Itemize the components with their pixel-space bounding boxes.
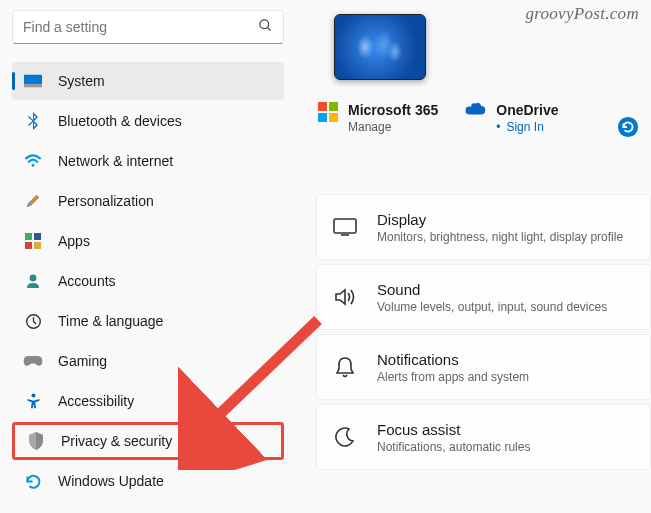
- sidebar-item-gaming[interactable]: Gaming: [12, 342, 284, 380]
- sidebar-item-personalization[interactable]: Personalization: [12, 182, 284, 220]
- svg-rect-7: [25, 242, 32, 249]
- sidebar-item-accounts[interactable]: Accounts: [12, 262, 284, 300]
- clock-icon: [22, 310, 44, 332]
- gamepad-icon: [22, 350, 44, 372]
- update-icon: [22, 470, 44, 492]
- ms365-tile[interactable]: Microsoft 365 Manage: [318, 102, 438, 134]
- accessibility-icon: [22, 390, 44, 412]
- svg-rect-3: [24, 84, 42, 88]
- sidebar-item-label: Privacy & security: [61, 433, 172, 449]
- bell-icon: [331, 353, 359, 381]
- search-box[interactable]: [12, 10, 284, 44]
- sidebar-item-label: Personalization: [58, 193, 154, 209]
- sidebar-item-label: Windows Update: [58, 473, 164, 489]
- sidebar-item-windows-update[interactable]: Windows Update: [12, 462, 284, 500]
- sidebar-item-label: System: [58, 73, 105, 89]
- sidebar-item-label: Network & internet: [58, 153, 173, 169]
- sidebar-item-accessibility[interactable]: Accessibility: [12, 382, 284, 420]
- settings-list: Display Monitors, brightness, night ligh…: [316, 194, 651, 470]
- setting-title: Notifications: [377, 351, 529, 368]
- sidebar-item-privacy-security[interactable]: Privacy & security: [12, 422, 284, 460]
- ms365-title: Microsoft 365: [348, 102, 438, 118]
- monitor-icon: [22, 70, 44, 92]
- sidebar-item-apps[interactable]: Apps: [12, 222, 284, 260]
- sidebar-item-label: Accounts: [58, 273, 116, 289]
- sidebar-item-system[interactable]: System: [12, 62, 284, 100]
- svg-rect-5: [25, 233, 32, 240]
- apps-icon: [22, 230, 44, 252]
- sidebar-item-time-language[interactable]: Time & language: [12, 302, 284, 340]
- sidebar-item-label: Gaming: [58, 353, 107, 369]
- svg-rect-6: [34, 233, 41, 240]
- microsoft-logo-icon: [318, 102, 338, 122]
- onedrive-icon: [464, 102, 486, 119]
- display-icon: [331, 213, 359, 241]
- setting-title: Sound: [377, 281, 607, 298]
- ms365-sub[interactable]: Manage: [348, 120, 438, 134]
- watermark: groovyPost.com: [525, 4, 639, 24]
- shield-icon: [25, 430, 47, 452]
- setting-card-sound[interactable]: Sound Volume levels, output, input, soun…: [316, 264, 651, 330]
- sidebar-item-label: Accessibility: [58, 393, 134, 409]
- sidebar-item-network[interactable]: Network & internet: [12, 142, 284, 180]
- svg-point-11: [31, 393, 35, 397]
- onedrive-signin[interactable]: Sign In: [496, 120, 558, 134]
- sound-icon: [331, 283, 359, 311]
- sidebar-item-label: Time & language: [58, 313, 163, 329]
- setting-card-display[interactable]: Display Monitors, brightness, night ligh…: [316, 194, 651, 260]
- setting-desc: Monitors, brightness, night light, displ…: [377, 230, 623, 244]
- sidebar-list: System Bluetooth & devices Network & int…: [12, 62, 284, 500]
- search-input[interactable]: [23, 19, 258, 35]
- sidebar-item-label: Apps: [58, 233, 90, 249]
- setting-desc: Alerts from apps and system: [377, 370, 529, 384]
- sync-icon[interactable]: [617, 116, 639, 141]
- svg-rect-13: [334, 219, 356, 233]
- sidebar-item-bluetooth[interactable]: Bluetooth & devices: [12, 102, 284, 140]
- setting-title: Display: [377, 211, 623, 228]
- svg-point-9: [30, 275, 37, 282]
- onedrive-tile[interactable]: OneDrive Sign In: [464, 102, 558, 134]
- svg-rect-8: [34, 242, 41, 249]
- svg-point-12: [618, 117, 638, 137]
- sidebar-item-label: Bluetooth & devices: [58, 113, 182, 129]
- setting-desc: Volume levels, output, input, sound devi…: [377, 300, 607, 314]
- brush-icon: [22, 190, 44, 212]
- search-icon: [258, 18, 273, 36]
- sidebar: System Bluetooth & devices Network & int…: [0, 0, 290, 513]
- user-thumbnail[interactable]: [334, 14, 426, 80]
- person-icon: [22, 270, 44, 292]
- svg-line-1: [267, 27, 270, 30]
- setting-desc: Notifications, automatic rules: [377, 440, 530, 454]
- wifi-icon: [22, 150, 44, 172]
- setting-title: Focus assist: [377, 421, 530, 438]
- moon-icon: [331, 423, 359, 451]
- svg-point-4: [32, 164, 35, 167]
- svg-point-0: [260, 20, 269, 29]
- account-row: Microsoft 365 Manage OneDrive Sign In: [318, 102, 651, 134]
- main-panel: Microsoft 365 Manage OneDrive Sign In: [290, 0, 651, 513]
- onedrive-title: OneDrive: [496, 102, 558, 118]
- bluetooth-icon: [22, 110, 44, 132]
- setting-card-notifications[interactable]: Notifications Alerts from apps and syste…: [316, 334, 651, 400]
- setting-card-focus-assist[interactable]: Focus assist Notifications, automatic ru…: [316, 404, 651, 470]
